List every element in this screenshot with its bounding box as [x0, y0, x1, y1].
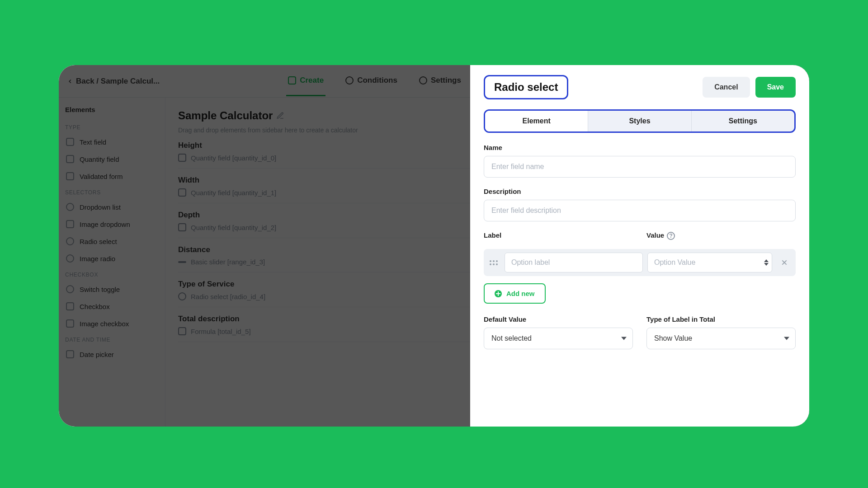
tab-element[interactable]: Element [485, 111, 588, 131]
drag-handle-icon[interactable] [487, 258, 500, 267]
delete-option-button[interactable] [777, 255, 792, 270]
default-value-display: Not selected [484, 328, 633, 349]
panel-tabs: Element Styles Settings [484, 109, 796, 133]
close-icon [781, 259, 788, 266]
value-stepper[interactable] [764, 259, 769, 266]
type-of-label-display: Show Value [646, 328, 796, 349]
name-label: Name [484, 144, 796, 151]
option-label-header: Label [484, 231, 633, 239]
app-window: Back / Sample Calcul... Create Condition… [59, 65, 809, 427]
value-text: Value [646, 231, 664, 239]
type-of-label-select[interactable]: Show Value [646, 328, 796, 349]
description-label: Description [484, 188, 796, 195]
description-input[interactable] [484, 200, 796, 221]
option-value-header: Value? [646, 231, 796, 240]
option-label-input[interactable] [505, 253, 643, 272]
type-of-label-label: Type of Label in Total [646, 315, 796, 323]
element-editor-panel: Radio select Cancel Save Element Styles … [470, 65, 809, 427]
option-value-input[interactable] [647, 253, 772, 272]
plus-circle-icon [495, 290, 502, 297]
add-option-button[interactable]: Add new [484, 283, 546, 304]
default-value-select[interactable]: Not selected [484, 328, 633, 349]
chevron-down-icon [784, 337, 789, 340]
option-row [484, 249, 796, 276]
cancel-button[interactable]: Cancel [703, 77, 750, 98]
save-button[interactable]: Save [755, 77, 796, 98]
chevron-up-icon[interactable] [764, 259, 769, 262]
panel-title: Radio select [484, 75, 568, 99]
tab-settings[interactable]: Settings [691, 111, 794, 131]
tab-styles[interactable]: Styles [588, 111, 691, 131]
name-input[interactable] [484, 156, 796, 178]
add-new-label: Add new [506, 290, 535, 297]
help-icon[interactable]: ? [667, 232, 675, 240]
default-value-label: Default Value [484, 315, 633, 323]
chevron-down-icon [621, 337, 627, 340]
chevron-down-icon[interactable] [764, 263, 769, 266]
